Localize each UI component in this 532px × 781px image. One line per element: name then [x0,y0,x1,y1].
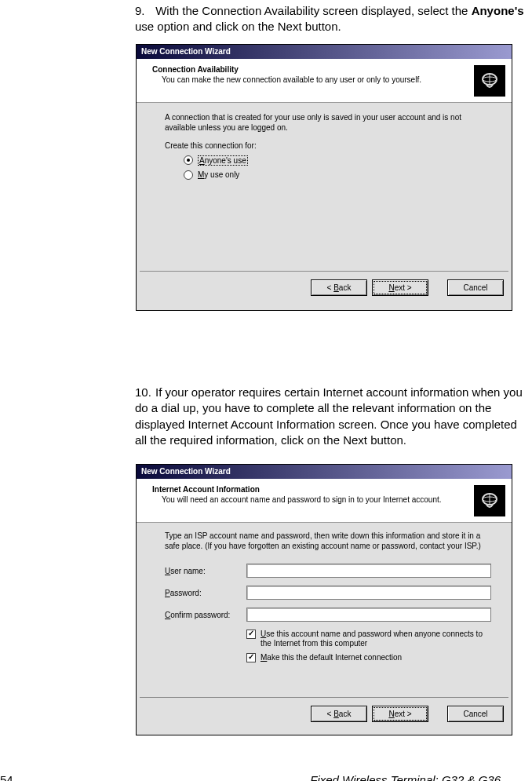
input-password[interactable] [246,586,491,600]
checkbox-default-conn[interactable] [246,653,256,662]
connection-icon [474,485,505,516]
header-title: Internet Account Information [152,485,502,494]
button-row: < Back Next > Cancel [137,698,512,730]
row-password: Password: [165,586,491,600]
radio-anyones-use[interactable]: Anyone's use [184,155,491,166]
row-confirm: Confirm password: [165,608,491,622]
back-button[interactable]: < Back [311,706,367,722]
body-line-1: Type an ISP account name and password, t… [165,531,491,551]
radio-input-anyone[interactable] [184,155,193,165]
next-button[interactable]: Next > [372,279,428,296]
check-label-default-conn: Make this the default Internet connectio… [261,653,491,662]
step-9-text: 9. With the Connection Availability scre… [135,3,529,35]
check-default-conn[interactable]: Make this the default Internet connectio… [246,653,491,662]
body-line-1: A connection that is created for your us… [165,112,491,133]
check-use-account[interactable]: Use this account name and password when … [246,630,491,648]
header-title: Connection Availability [152,65,502,74]
wizard-connection-availability: New Connection Wizard Connection Availab… [136,44,512,311]
back-button[interactable]: < Back [311,279,367,296]
check-label-use-account: Use this account name and password when … [261,630,491,648]
step-10-number: 10. [135,385,155,400]
button-row: < Back Next > Cancel [137,272,512,304]
step-9-pre: With the Connection Availability screen … [155,4,471,17]
step-9-number: 9. [135,3,152,19]
page-number: 54 [0,773,13,781]
row-username: User name: [165,564,491,578]
header-subtitle: You will need an account name and passwo… [162,495,502,504]
radio-label-anyone: Anyone's use [198,155,248,166]
radio-input-myuse[interactable] [184,170,193,180]
next-button[interactable]: Next > [372,706,428,722]
cancel-button[interactable]: Cancel [447,279,504,296]
step-10-body: If your operator requires certain Intern… [135,385,523,447]
checkbox-use-account[interactable] [246,630,256,639]
wizard-internet-account: New Connection Wizard Internet Account I… [136,464,512,735]
wizard-body: Type an ISP account name and password, t… [137,523,512,697]
label-confirm: Confirm password: [165,611,246,619]
step-9-post: use option and click on the Next button. [135,20,341,33]
wizard-header: Internet Account Information You will ne… [137,479,512,523]
titlebar: New Connection Wizard [137,465,512,479]
step-9-bold: Anyone's [472,4,524,17]
header-subtitle: You can make the new connection availabl… [162,75,502,84]
input-confirm[interactable] [246,608,491,622]
step-10-text: 10.If your operator requires certain Int… [135,385,531,448]
cancel-button[interactable]: Cancel [447,706,504,722]
radio-label-myuse: My use only [198,170,239,179]
wizard-body: A connection that is created for your us… [137,103,512,271]
label-password: Password: [165,589,246,597]
body-line-2: Create this connection for: [165,141,491,151]
titlebar: New Connection Wizard [137,45,512,59]
radio-my-use-only[interactable]: My use only [184,170,491,180]
wizard-header: Connection Availability You can make the… [137,59,512,103]
footer-title: Fixed Wireless Terminal: G32 & G36 [310,773,501,781]
label-username: User name: [165,567,246,575]
connection-icon [474,65,505,97]
input-username[interactable] [246,564,491,578]
